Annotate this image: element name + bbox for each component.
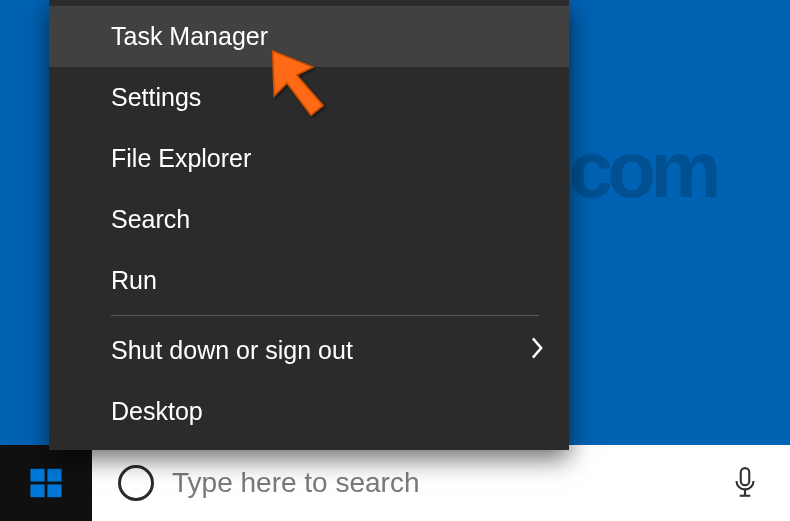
menu-item-label: File Explorer (111, 144, 251, 173)
windows-logo-icon (29, 466, 63, 500)
menu-item-task-manager[interactable]: Task Manager (49, 6, 569, 67)
taskbar-search-box[interactable]: Type here to search (92, 445, 790, 521)
menu-item-label: Desktop (111, 397, 203, 426)
search-icon (118, 465, 154, 501)
menu-item-settings[interactable]: Settings (49, 67, 569, 128)
menu-item-file-explorer[interactable]: File Explorer (49, 128, 569, 189)
microphone-button[interactable] (720, 466, 770, 500)
svg-rect-5 (30, 469, 44, 482)
menu-item-run[interactable]: Run (49, 250, 569, 311)
svg-rect-6 (47, 469, 61, 482)
menu-item-search[interactable]: Search (49, 189, 569, 250)
menu-item-shut-down[interactable]: Shut down or sign out (49, 320, 569, 381)
menu-item-desktop[interactable]: Desktop (49, 381, 569, 442)
menu-item-label: Task Manager (111, 22, 268, 51)
microphone-icon (732, 466, 758, 500)
chevron-right-icon (529, 336, 545, 365)
menu-item-label: Run (111, 266, 157, 295)
winx-context-menu: Task Manager Settings File Explorer Sear… (49, 0, 569, 450)
svg-rect-9 (741, 468, 750, 485)
svg-rect-7 (30, 484, 44, 497)
menu-item-label: Settings (111, 83, 201, 112)
taskbar: Type here to search (0, 445, 790, 521)
svg-rect-8 (47, 484, 61, 497)
menu-item-label: Shut down or sign out (111, 336, 353, 365)
start-button[interactable] (0, 445, 92, 521)
menu-separator (111, 315, 539, 316)
menu-item-label: Search (111, 205, 190, 234)
search-placeholder: Type here to search (172, 467, 702, 499)
